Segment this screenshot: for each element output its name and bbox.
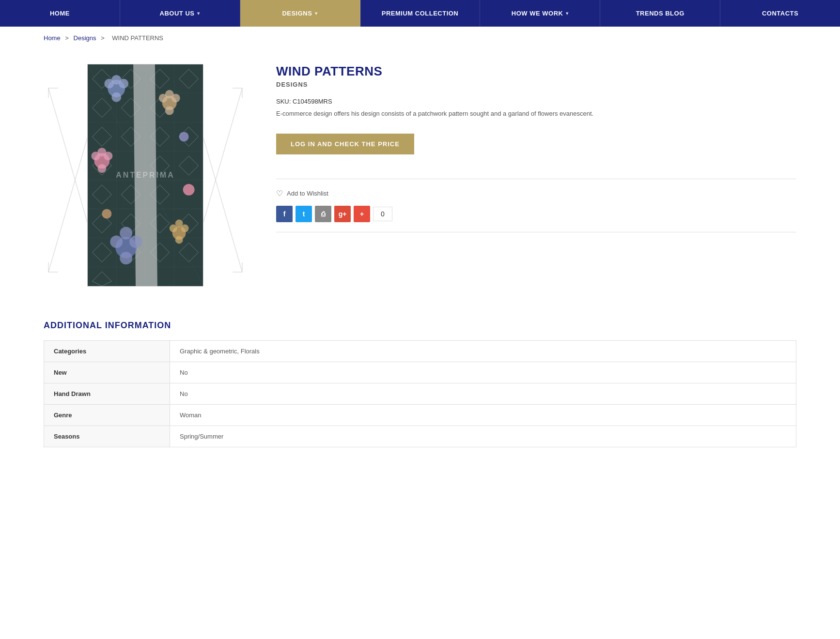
breadcrumb-sep2: >	[101, 34, 105, 42]
nav-label-designs: DESIGNS	[282, 10, 312, 17]
google-plus-button[interactable]: g+	[334, 206, 351, 222]
breadcrumb-sep1: >	[65, 34, 69, 42]
nav-item-contacts[interactable]: CONTACTS	[720, 0, 840, 27]
caret-icon-about-us: ▾	[197, 11, 200, 16]
nav-item-home[interactable]: HOME	[0, 0, 120, 27]
wishlist-label: Add to Wishlist	[287, 190, 328, 197]
breadcrumb-current: WIND PATTERNS	[112, 34, 163, 42]
nav-label-contacts: CONTACTS	[762, 10, 798, 17]
product-sku: SKU: C104598MRS	[276, 98, 796, 105]
product-description: E-commerce design offers his design cons…	[276, 109, 796, 119]
nav-label-about-us: ABOUT US	[160, 10, 195, 17]
price-button[interactable]: LOG IN AND CHECK THE PRICE	[276, 134, 414, 154]
nav-label-how-we-work: HOW WE WORK	[512, 10, 563, 17]
product-title: WIND PATTERNS	[276, 64, 796, 79]
table-row: NewNo	[44, 362, 796, 383]
info-table: CategoriesGraphic & geometric, FloralsNe…	[44, 340, 796, 447]
sku-label: SKU:	[276, 98, 291, 105]
svg-point-47	[111, 75, 121, 85]
svg-point-71	[183, 184, 195, 196]
main-content: ANTEPRIMA WIND PATTERNS DESIGNS SKU: C10…	[0, 49, 840, 311]
share-count: 0	[373, 207, 392, 221]
breadcrumb-home[interactable]: Home	[44, 34, 61, 42]
nav-label-premium-collection: PREMIUM COLLECTION	[382, 10, 459, 17]
svg-point-57	[97, 148, 106, 156]
table-row-value: Spring/Summer	[170, 426, 796, 447]
svg-point-70	[102, 209, 111, 219]
facebook-share-button[interactable]: f	[276, 206, 293, 222]
product-image[interactable]: ANTEPRIMA	[87, 64, 203, 287]
table-row-label: New	[44, 362, 170, 383]
svg-point-67	[175, 220, 183, 228]
social-share: f t ⎙ g+ + 0	[276, 206, 796, 222]
svg-point-62	[120, 227, 132, 240]
heart-icon: ♡	[276, 189, 283, 198]
image-placeholder: ANTEPRIMA	[44, 59, 247, 291]
nav-item-trends-blog[interactable]: TRENDS BLOG	[600, 0, 720, 27]
more-share-button[interactable]: +	[354, 206, 370, 222]
svg-point-52	[165, 90, 174, 99]
table-row-value: No	[170, 362, 796, 383]
divider-top	[276, 179, 796, 179]
nav-label-home: HOME	[50, 10, 70, 17]
svg-point-69	[179, 132, 189, 141]
table-row: SeasonsSpring/Summer	[44, 426, 796, 447]
divider-bottom	[276, 232, 796, 232]
table-row: GenreWoman	[44, 405, 796, 426]
svg-point-53	[165, 106, 174, 115]
caret-icon-how-we-work: ▾	[566, 11, 569, 16]
nav-label-trends-blog: TRENDS BLOG	[636, 10, 684, 17]
svg-text:ANTEPRIMA: ANTEPRIMA	[116, 171, 175, 179]
table-row-value: Woman	[170, 405, 796, 426]
wishlist-button[interactable]: ♡ Add to Wishlist	[276, 189, 796, 198]
print-button[interactable]: ⎙	[315, 206, 331, 222]
table-row-label: Categories	[44, 341, 170, 362]
table-row-label: Genre	[44, 405, 170, 426]
table-row: Hand DrawnNo	[44, 383, 796, 405]
table-row-label: Seasons	[44, 426, 170, 447]
table-row-value: No	[170, 383, 796, 405]
nav-item-how-we-work[interactable]: HOW WE WORK▾	[480, 0, 600, 27]
breadcrumb-designs[interactable]: Designs	[74, 34, 96, 42]
svg-point-60	[110, 235, 123, 248]
breadcrumb: Home > Designs > WIND PATTERNS	[0, 27, 840, 49]
nav-item-about-us[interactable]: ABOUT US▾	[120, 0, 240, 27]
svg-point-48	[111, 92, 121, 102]
navigation: HOMEABOUT US▾DESIGNS▾PREMIUM COLLECTIONH…	[0, 0, 840, 27]
twitter-share-button[interactable]: t	[296, 206, 312, 222]
additional-info-section: ADDITIONAL INFORMATION CategoriesGraphic…	[0, 311, 840, 476]
product-image-area: ANTEPRIMA	[44, 59, 247, 291]
svg-point-58	[97, 164, 106, 173]
product-category: DESIGNS	[276, 81, 796, 88]
svg-point-68	[175, 236, 183, 243]
table-row-value: Graphic & geometric, Florals	[170, 341, 796, 362]
nav-item-designs[interactable]: DESIGNS▾	[240, 0, 360, 27]
sku-value: C104598MRS	[293, 98, 332, 105]
svg-point-61	[129, 235, 142, 248]
table-row-label: Hand Drawn	[44, 383, 170, 405]
table-row: CategoriesGraphic & geometric, Florals	[44, 341, 796, 362]
product-info: WIND PATTERNS DESIGNS SKU: C104598MRS E-…	[276, 59, 796, 242]
caret-icon-designs: ▾	[315, 11, 318, 16]
nav-item-premium-collection[interactable]: PREMIUM COLLECTION	[360, 0, 481, 27]
additional-info-title: ADDITIONAL INFORMATION	[44, 320, 796, 331]
svg-point-63	[120, 252, 132, 264]
